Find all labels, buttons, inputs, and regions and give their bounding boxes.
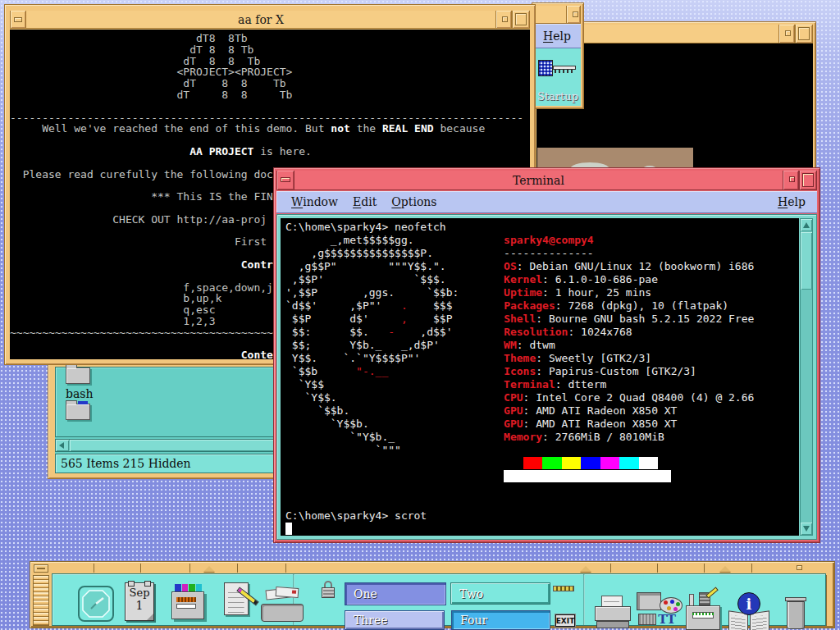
startup-window: Help Startup bbox=[532, 2, 584, 109]
front-panel: Sep 1 One Two Three bbox=[30, 561, 835, 628]
menu-edit[interactable]: Edit bbox=[353, 195, 377, 208]
scroll-up-arrow-icon[interactable] bbox=[801, 219, 812, 231]
panel-dot-button[interactable] bbox=[797, 565, 802, 570]
startup-window-titlebar[interactable] bbox=[535, 6, 581, 24]
workspace-two-button[interactable]: Two bbox=[450, 582, 550, 605]
terminal-frame: C:\home\sparky4> neofetch _,met$$$$$gg. … bbox=[276, 214, 817, 540]
palette-icon bbox=[660, 597, 682, 614]
terminal-title: Terminal bbox=[294, 174, 783, 187]
panel-main-area: Sep 1 One Two Three bbox=[52, 573, 826, 626]
help-icon[interactable]: i bbox=[728, 592, 769, 630]
window-menu-button[interactable] bbox=[276, 171, 294, 189]
folder-icon[interactable] bbox=[66, 368, 90, 384]
lock-icon[interactable] bbox=[322, 581, 335, 599]
panel-left-grip[interactable] bbox=[33, 575, 49, 626]
aa-window-title: aa for X bbox=[26, 13, 495, 26]
notes-icon[interactable] bbox=[219, 582, 257, 622]
minimize-button[interactable] bbox=[495, 11, 512, 28]
startup-help-menu[interactable]: Help bbox=[535, 24, 581, 48]
scroll-left-arrow-icon[interactable] bbox=[56, 440, 69, 451]
calendar-month: Sep bbox=[126, 587, 153, 599]
subpanel-arrow-icon[interactable] bbox=[719, 566, 731, 572]
workspace-three-button[interactable]: Three bbox=[345, 610, 445, 630]
printer-icon[interactable] bbox=[595, 596, 631, 630]
trash-icon[interactable] bbox=[785, 596, 806, 630]
maximize-button[interactable] bbox=[512, 11, 530, 28]
minimize-button[interactable] bbox=[783, 171, 799, 189]
applications-icon[interactable] bbox=[686, 592, 720, 630]
startup-label: Startup bbox=[535, 90, 581, 103]
terminal-titlebar[interactable]: Terminal bbox=[276, 171, 817, 190]
file-manager-icon[interactable] bbox=[170, 584, 208, 622]
minimize-button[interactable] bbox=[566, 6, 581, 23]
menu-help[interactable]: Help bbox=[778, 195, 806, 208]
subpanel-arrow-icon[interactable] bbox=[203, 566, 215, 572]
maximize-button[interactable] bbox=[795, 25, 813, 43]
terminal-menubar: Window Edit Options Help bbox=[276, 191, 817, 213]
minimize-button[interactable] bbox=[778, 25, 795, 43]
scrollbar-thumb[interactable] bbox=[801, 232, 812, 290]
terminal-window: Terminal Window Edit Options Help C:\hom… bbox=[273, 167, 820, 543]
startup-window-body: Startup bbox=[535, 48, 581, 106]
menu-window[interactable]: Window bbox=[291, 195, 338, 208]
folder-icon[interactable] bbox=[66, 404, 90, 420]
panel-menu-button[interactable] bbox=[34, 564, 48, 573]
scroll-down-arrow-icon[interactable] bbox=[801, 523, 812, 535]
aa-window-titlebar[interactable]: aa for X bbox=[10, 11, 530, 29]
clock-icon[interactable] bbox=[78, 586, 114, 622]
calendar-day: 1 bbox=[126, 599, 153, 612]
menu-options[interactable]: Options bbox=[391, 195, 436, 208]
folder-label: bash bbox=[66, 387, 94, 400]
subpanel-arrow-icon[interactable] bbox=[580, 566, 591, 572]
window-menu-button[interactable] bbox=[10, 11, 26, 28]
mail-icon[interactable] bbox=[261, 591, 304, 622]
info-icon: i bbox=[737, 592, 760, 615]
workspace-four-button[interactable]: Four bbox=[451, 610, 550, 630]
exit-button[interactable]: EXIT bbox=[555, 614, 575, 627]
terminal-content[interactable]: C:\home\sparky4> neofetch _,met$$$$$gg. … bbox=[281, 218, 799, 536]
style-manager-icon[interactable]: TT bbox=[637, 592, 682, 630]
fonts-glyph: TT bbox=[658, 612, 676, 627]
vertical-scrollbar[interactable] bbox=[800, 218, 813, 536]
busy-light bbox=[553, 586, 574, 591]
key-icon bbox=[538, 60, 578, 78]
maximize-button[interactable] bbox=[799, 171, 817, 189]
workspace-one-button[interactable]: One bbox=[345, 582, 446, 605]
image-fragment bbox=[537, 148, 693, 169]
calendar-icon[interactable]: Sep 1 bbox=[125, 582, 154, 621]
